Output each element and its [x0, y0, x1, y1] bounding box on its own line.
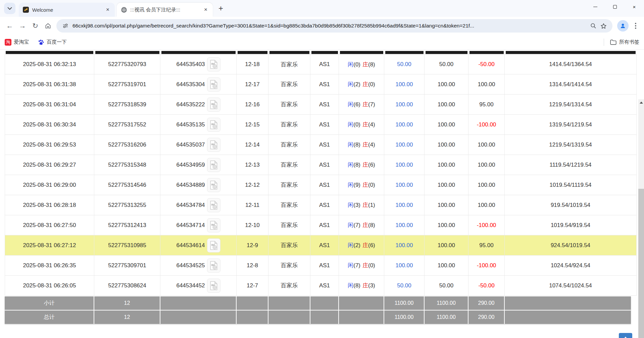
- bet-amount-cell[interactable]: 100.00: [384, 115, 425, 134]
- video-file-icon: [209, 140, 218, 150]
- video-replay-button[interactable]: [207, 279, 220, 293]
- bet-amount-cell[interactable]: 100.00: [384, 235, 425, 255]
- winloss-cell: 95.00: [468, 235, 505, 255]
- tab-welcome[interactable]: Welcome ×: [19, 3, 115, 17]
- table-row[interactable]: 2025-08-31 06:26:35 522775309701 6445345…: [5, 256, 637, 276]
- bet-amount-cell[interactable]: 100.00: [384, 175, 425, 195]
- valid-amount-cell: 50.00: [425, 55, 468, 74]
- result-cell: 闲(9) 庄(0): [339, 175, 384, 195]
- all-bookmarks-button[interactable]: 所有书签: [610, 39, 639, 45]
- home-button[interactable]: [42, 19, 54, 32]
- bookmark-star-icon[interactable]: [598, 21, 608, 31]
- tab-title: Welcome: [32, 7, 104, 13]
- xian-label: 闲: [348, 61, 353, 68]
- scrollbar-thumb[interactable]: [638, 189, 644, 338]
- table-row[interactable]: 2025-08-31 06:26:05 522775308624 6445344…: [5, 276, 637, 296]
- winloss-cell: 100.00: [468, 195, 505, 215]
- minimize-button[interactable]: [586, 0, 605, 13]
- table-row[interactable]: 2025-08-31 06:27:50 522775312413 6445347…: [5, 215, 637, 235]
- xian-label: 闲: [348, 162, 353, 168]
- tab-close-icon[interactable]: ×: [202, 6, 209, 13]
- site-controls-icon[interactable]: [60, 21, 70, 31]
- forward-button[interactable]: →: [16, 19, 29, 32]
- balance-cell: 1019.54/919.54: [505, 215, 637, 235]
- table-row[interactable]: 2025-08-31 06:30:34 522775317552 6445351…: [5, 115, 637, 135]
- profile-avatar[interactable]: [617, 20, 629, 32]
- game-no: 644535037: [176, 142, 205, 148]
- video-replay-button[interactable]: [207, 178, 220, 192]
- menu-kebab-icon[interactable]: [631, 21, 641, 31]
- video-replay-button[interactable]: [207, 57, 220, 71]
- back-to-top-button[interactable]: [619, 333, 632, 338]
- bet-amount-cell[interactable]: 100.00: [384, 74, 425, 94]
- bet-id-cell: 522775315348: [94, 155, 160, 175]
- url-text[interactable]: 66cxkj98.com/ipl/portal.php/game/betreco…: [72, 23, 586, 29]
- table-code-cell: AS1: [310, 74, 339, 94]
- game-type-cell: 百家乐: [268, 276, 310, 295]
- video-replay-button[interactable]: [207, 238, 220, 252]
- url-bar[interactable]: 66cxkj98.com/ipl/portal.php/game/betreco…: [56, 19, 612, 33]
- result-cell: 闲(2) 庄(0): [339, 74, 384, 94]
- round-cell: 12-8: [237, 256, 268, 275]
- video-replay-button[interactable]: [207, 158, 220, 172]
- bet-time-cell: 2025-08-31 06:26:35: [5, 256, 94, 275]
- table-row[interactable]: 2025-08-31 06:29:53 522775316206 6445350…: [5, 135, 637, 155]
- result-cell: 闲(6) 庄(7): [339, 95, 384, 114]
- video-replay-button[interactable]: [207, 118, 220, 132]
- new-tab-button[interactable]: +: [215, 3, 226, 14]
- game-type-cell: 百家乐: [268, 95, 310, 114]
- winloss-cell: -100.00: [468, 115, 505, 134]
- bet-amount-cell[interactable]: 100.00: [384, 195, 425, 215]
- table-row[interactable]: 2025-08-31 06:32:13 522775320793 6445354…: [5, 54, 637, 74]
- globe-favicon-icon: [121, 7, 127, 13]
- winloss-cell: -100.00: [468, 215, 505, 235]
- video-replay-button[interactable]: [207, 259, 220, 273]
- bet-amount-cell[interactable]: 100.00: [384, 95, 425, 114]
- maximize-button[interactable]: [605, 0, 625, 13]
- back-button[interactable]: ←: [3, 19, 16, 32]
- video-replay-button[interactable]: [207, 218, 220, 232]
- tab-betrecord[interactable]: :::视讯 会员下注纪录::: ×: [117, 3, 213, 17]
- bet-amount-cell[interactable]: 100.00: [384, 215, 425, 235]
- zhuang-label: 庄: [362, 142, 368, 148]
- table-row[interactable]: 2025-08-31 06:28:18 522775313255 6445347…: [5, 195, 637, 215]
- video-replay-button[interactable]: [207, 98, 220, 112]
- scrollbar-up-arrow-icon[interactable]: [638, 99, 644, 106]
- subtotal-valid: 1100.00: [425, 296, 468, 310]
- table-row[interactable]: 2025-08-31 06:31:04 522775318539 6445352…: [5, 95, 637, 115]
- result-cell: 闲(0) 庄(4): [339, 115, 384, 134]
- close-button[interactable]: ×: [625, 0, 644, 13]
- bet-id-cell: 522775313255: [94, 195, 160, 215]
- taobao-icon: 淘: [5, 39, 11, 46]
- video-replay-button[interactable]: [207, 198, 220, 212]
- valid-amount-cell: 100.00: [425, 95, 468, 114]
- valid-amount-cell: 50.00: [425, 276, 468, 295]
- tab-search-button[interactable]: [4, 3, 15, 14]
- game-no: 644534889: [176, 182, 205, 188]
- table-code-cell: AS1: [310, 95, 339, 114]
- tab-close-icon[interactable]: ×: [104, 6, 111, 13]
- bookmark-aitaobao[interactable]: 淘 爱淘宝: [5, 39, 29, 46]
- bet-amount-cell[interactable]: 50.00: [384, 276, 425, 295]
- total-label: 总计: [5, 311, 94, 324]
- table-row[interactable]: 2025-08-31 06:27:12 522775310985 6445346…: [5, 235, 637, 256]
- table-row[interactable]: 2025-08-31 06:29:00 522775314546 6445348…: [5, 175, 637, 195]
- video-replay-button[interactable]: [207, 77, 220, 92]
- bet-amount-cell[interactable]: 100.00: [384, 256, 425, 275]
- browser-toolbar: ← → ↻ 66cxkj98.com/ipl/portal.php/game/b…: [0, 17, 644, 35]
- winloss-cell: 100.00: [468, 135, 505, 155]
- bet-amount-cell[interactable]: 50.00: [384, 55, 425, 74]
- bookmark-baidu[interactable]: 百度一下: [38, 39, 67, 46]
- table-row[interactable]: 2025-08-31 06:31:38 522775319701 6445353…: [5, 74, 637, 95]
- welcome-favicon-icon: [23, 7, 29, 13]
- bet-amount-cell[interactable]: 100.00: [384, 155, 425, 175]
- table-row[interactable]: 2025-08-31 06:29:27 522775315348 6445349…: [5, 155, 637, 175]
- video-replay-button[interactable]: [207, 138, 220, 152]
- vertical-scrollbar[interactable]: [638, 99, 644, 338]
- zoom-page-icon[interactable]: [588, 21, 598, 31]
- winloss-cell: 100.00: [468, 175, 505, 195]
- xian-label: 闲: [348, 101, 353, 108]
- reload-button[interactable]: ↻: [29, 19, 42, 32]
- xian-label: 闲: [348, 282, 353, 289]
- bet-amount-cell[interactable]: 100.00: [384, 135, 425, 155]
